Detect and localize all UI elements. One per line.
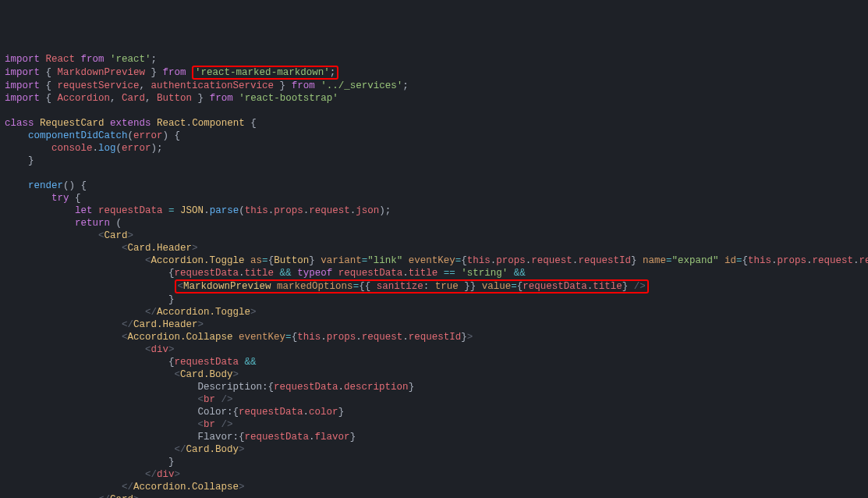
code-line: <Card.Header> [5, 243, 198, 254]
code-line: <Accordion.Collapse eventKey={this.props… [5, 332, 473, 343]
code-line: import { MarkdownPreview } from 'react-m… [5, 67, 338, 78]
code-line: </Card> [5, 494, 140, 498]
code-line: </div> [5, 469, 180, 480]
code-line: </Accordion.Toggle> [5, 307, 257, 318]
code-line: </Card.Body> [5, 444, 245, 455]
code-line: Flavor:{requestData.flavor} [5, 432, 356, 443]
code-line: componentDidCatch(error) { [5, 130, 180, 141]
code-line: } [5, 294, 175, 305]
code-line: } [5, 457, 175, 468]
code-line: return ( [5, 218, 122, 229]
code-line: import { requestService, authenticationS… [5, 80, 409, 91]
code-line: <Card> [5, 230, 133, 241]
code-line: {requestData.title && typeof requestData… [5, 268, 526, 279]
code-editor[interactable]: import React from 'react'; import { Mark… [5, 53, 863, 498]
code-line: <div> [5, 344, 175, 355]
code-line: let requestData = JSON.parse(this.props.… [5, 205, 391, 216]
code-line: import React from 'react'; [5, 54, 157, 65]
code-line: </Card.Header> [5, 319, 204, 330]
code-line: console.log(error); [5, 143, 163, 154]
code-line: import { Accordion, Card, Button } from … [5, 93, 338, 104]
code-line: <br /> [5, 419, 233, 430]
code-line: <Card.Body> [5, 369, 239, 380]
highlight-box: <MarkdownPreview markedOptions={{ saniti… [175, 279, 649, 293]
code-line: <MarkdownPreview markedOptions={{ saniti… [5, 281, 649, 292]
code-line: Description:{requestData.description} [5, 382, 414, 393]
code-line: Color:{requestData.color} [5, 407, 344, 418]
code-line: class RequestCard extends React.Componen… [5, 118, 257, 129]
highlight-box: 'react-marked-markdown'; [192, 66, 338, 80]
code-line: try { [5, 193, 81, 204]
code-line: <Accordion.Toggle as={Button} variant="l… [5, 255, 868, 266]
code-line: </Accordion.Collapse> [5, 482, 245, 493]
code-line: render() { [5, 180, 87, 191]
code-line: {requestData && [5, 357, 257, 368]
code-line: } [5, 155, 34, 166]
code-line: <br /> [5, 394, 233, 405]
